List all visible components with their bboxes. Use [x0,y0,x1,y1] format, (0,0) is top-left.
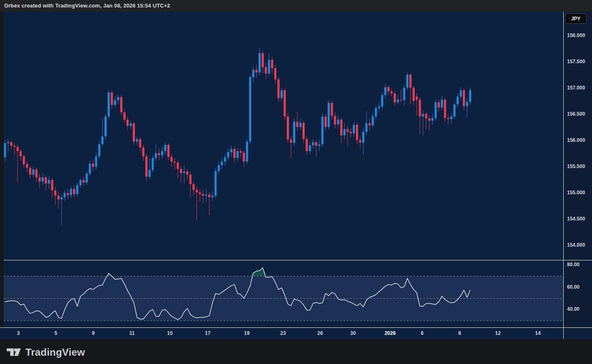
price-axis-label: 156.000 [567,137,585,143]
time-axis-label: 23 [280,330,286,336]
chart-header: Orbex created with TradingView.com, Jan … [0,0,592,12]
time-axis-label: 5 [55,330,57,336]
price-axis[interactable]: JPY 158.000157.500157.000156.500156.0001… [564,12,592,328]
time-axis-separator[interactable] [0,327,592,328]
price-axis-label: 158.000 [567,32,585,38]
time-axis-label: 3 [17,330,20,336]
currency-badge-label: JPY [571,16,581,22]
rsi-axis-label: 40.00 [567,306,580,312]
price-axis-label: 155.000 [567,190,585,196]
time-axis-label: 15 [167,330,172,336]
currency-badge[interactable]: JPY [565,13,587,24]
time-axis[interactable]: 359111517192326302026681214 [0,328,592,339]
time-axis-label: 9 [92,330,95,336]
rsi-axis-label: 80.00 [567,262,580,267]
price-pane[interactable] [4,12,563,260]
time-axis-label: 17 [205,330,210,336]
price-axis-label: 156.500 [567,111,585,117]
time-axis-label: 19 [244,330,249,336]
time-axis-label: 14 [535,330,540,336]
pane-separator[interactable] [4,260,592,260]
brand-footer: TradingView [6,345,85,360]
price-axis-label: 157.500 [567,59,585,64]
axis-separator-vertical[interactable] [563,12,564,339]
price-axis-label: 157.000 [567,85,585,91]
attribution-text: Orbex created with TradingView.com, Jan … [4,2,170,9]
time-axis-label: 2026 [385,330,396,336]
rsi-pane[interactable] [4,260,563,327]
price-axis-label: 155.500 [567,163,585,169]
time-axis-label: 26 [317,330,323,336]
brand-name: TradingView [25,347,85,358]
time-axis-label: 6 [421,330,424,336]
rsi-axis-label: 60.00 [567,284,580,290]
time-axis-label: 12 [495,330,500,336]
price-axis-label: 154.000 [567,242,585,248]
time-axis-label: 11 [129,330,135,336]
rsi-range-band [4,276,563,321]
time-axis-label: 30 [350,330,356,336]
time-axis-label: 8 [458,330,461,336]
tradingview-logo-icon [6,346,22,359]
price-axis-label: 154.500 [567,216,585,222]
chart-page: Orbex created with TradingView.com, Jan … [0,0,592,364]
